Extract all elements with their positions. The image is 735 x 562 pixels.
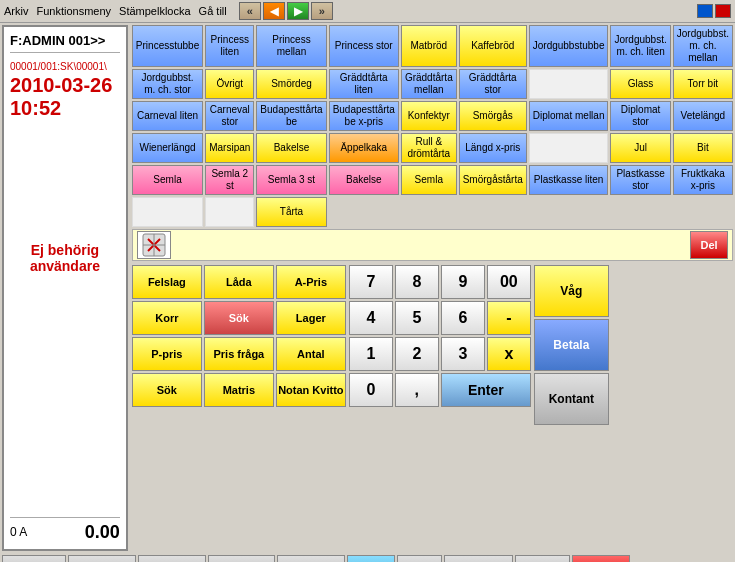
func-btn-2[interactable]: A-Pris [276,265,346,299]
menu-ga-till[interactable]: Gå till [199,5,227,17]
bottom-btn-7[interactable]: Servering [444,555,513,562]
menu-arkiv[interactable]: Arkiv [4,5,28,17]
del-button[interactable]: Del [690,231,728,259]
func-btn-11[interactable]: Notan Kvitto [276,373,346,407]
bottom-btn-4[interactable]: Parkera 4 [277,555,345,562]
product-btn-26[interactable]: Vetelängd [673,101,733,131]
product-btn-4[interactable]: Matbröd [401,25,457,67]
num-key-1[interactable]: 1 [349,337,393,371]
num-key-2[interactable]: 2 [395,337,439,371]
product-btn-43[interactable]: Plastkasse stor [610,165,670,195]
side-btn-1[interactable]: Betala [534,319,609,371]
func-btn-8[interactable]: Antal [276,337,346,371]
num-key--[interactable]: - [487,301,531,335]
bottom-btn-6[interactable]: Butik [397,555,443,562]
func-btn-4[interactable]: Sök [204,301,274,335]
num-key-x[interactable]: x [487,337,531,371]
bottom-btn-2[interactable]: Parkera 2 [138,555,206,562]
side-btn-0[interactable]: Våg [534,265,609,317]
product-btn-45 [132,197,203,227]
bottom-btn-9[interactable]: Faktura [572,555,630,562]
product-btn-8[interactable]: Jordgubbst. m. ch. mellan [673,25,733,67]
num-key-5[interactable]: 5 [395,301,439,335]
right-side-buttons: VågBetalaKontant [534,265,609,443]
product-btn-19[interactable]: Carneval stor [205,101,254,131]
product-btn-36[interactable]: Semla [132,165,203,195]
calculator-icon[interactable] [137,231,171,259]
product-btn-35[interactable]: Bit [673,133,733,163]
product-btn-38[interactable]: Semla 3 st [256,165,326,195]
product-btn-7[interactable]: Jordgubbst. m. ch. liten [610,25,670,67]
func-btn-3[interactable]: Korr [132,301,202,335]
product-btn-47[interactable]: Tårta [256,197,326,227]
bottom-btn-5[interactable]: Glass [347,555,395,562]
product-btn-23[interactable]: Smörgås [459,101,527,131]
product-btn-21[interactable]: Budapesttårta be x-pris [329,101,399,131]
func-btn-5[interactable]: Lager [276,301,346,335]
product-btn-37[interactable]: Semla 2 st [205,165,254,195]
main-area: F:ADMIN 001>> 00001/001:SK\00001\ 2010-0… [0,23,735,553]
num-key-Enter[interactable]: Enter [441,373,531,407]
product-btn-30[interactable]: Äppelkaka [329,133,399,163]
close-button[interactable] [715,4,731,18]
product-btn-11[interactable]: Smördeg [256,69,326,99]
menu-funktionsmeny[interactable]: Funktionsmeny [36,5,111,17]
product-btn-16[interactable]: Glass [610,69,670,99]
num-key-8[interactable]: 8 [395,265,439,299]
func-btn-1[interactable]: Låda [204,265,274,299]
nav-back-back[interactable]: « [239,2,261,20]
product-btn-3[interactable]: Princess stor [329,25,399,67]
num-key-6[interactable]: 6 [441,301,485,335]
product-btn-13[interactable]: Gräddtårta mellan [401,69,457,99]
menu-stampelklocka[interactable]: Stämpelklocka [119,5,191,17]
bottom-btn-1[interactable]: Parkera 1 [68,555,136,562]
product-btn-1[interactable]: Princess liten [205,25,254,67]
nav-forward[interactable]: ▶ [287,2,309,20]
display-input[interactable] [175,232,686,258]
nav-forward-forward[interactable]: » [311,2,333,20]
func-btn-10[interactable]: Matris [204,373,274,407]
func-btn-0[interactable]: Felslag [132,265,202,299]
product-btn-27[interactable]: Wienerlängd [132,133,203,163]
product-btn-42[interactable]: Plastkasse liten [529,165,609,195]
minimize-button[interactable] [697,4,713,18]
bottom-btn-0[interactable]: Logga ut [2,555,66,562]
num-key-0[interactable]: 0 [349,373,393,407]
func-btn-6[interactable]: P-pris [132,337,202,371]
product-btn-17[interactable]: Torr bit [673,69,733,99]
product-btn-41[interactable]: Smörgåstårta [459,165,527,195]
product-btn-32[interactable]: Längd x-pris [459,133,527,163]
product-btn-18[interactable]: Carneval liten [132,101,203,131]
num-key-7[interactable]: 7 [349,265,393,299]
bottom-btn-3[interactable]: Parkera 3 [208,555,276,562]
num-key-4[interactable]: 4 [349,301,393,335]
product-btn-24[interactable]: Diplomat mellan [529,101,609,131]
product-btn-28[interactable]: Marsipan [205,133,254,163]
product-btn-2[interactable]: Princess mellan [256,25,326,67]
product-btn-9[interactable]: Jordgubbst. m. ch. stor [132,69,203,99]
num-key-9[interactable]: 9 [441,265,485,299]
product-btn-0[interactable]: Princesstubbe [132,25,203,67]
product-btn-22[interactable]: Konfektyr [401,101,457,131]
product-btn-12[interactable]: Gräddtårta liten [329,69,399,99]
side-btn-2[interactable]: Kontant [534,373,609,425]
product-btn-10[interactable]: Övrigt [205,69,254,99]
product-btn-25[interactable]: Diplomat stor [610,101,670,131]
product-btn-5[interactable]: Kaffebröd [459,25,527,67]
product-btn-34[interactable]: Jul [610,133,670,163]
num-key-3[interactable]: 3 [441,337,485,371]
product-btn-20[interactable]: Budapesttårta be [256,101,326,131]
product-btn-39[interactable]: Bakelse [329,165,399,195]
product-btn-44[interactable]: Fruktkaka x-pris [673,165,733,195]
product-btn-6[interactable]: Jordgubbstubbe [529,25,609,67]
product-btn-40[interactable]: Semla [401,165,457,195]
product-btn-14[interactable]: Gräddtårta stor [459,69,527,99]
func-btn-7[interactable]: Pris fråga [204,337,274,371]
num-key-,[interactable]: , [395,373,439,407]
func-btn-9[interactable]: Sök [132,373,202,407]
nav-back[interactable]: ◀ [263,2,285,20]
product-btn-29[interactable]: Bakelse [256,133,326,163]
product-btn-31[interactable]: Rull & drömtårta [401,133,457,163]
bottom-btn-8[interactable]: Kaffe + [515,555,570,562]
num-key-00[interactable]: 00 [487,265,531,299]
